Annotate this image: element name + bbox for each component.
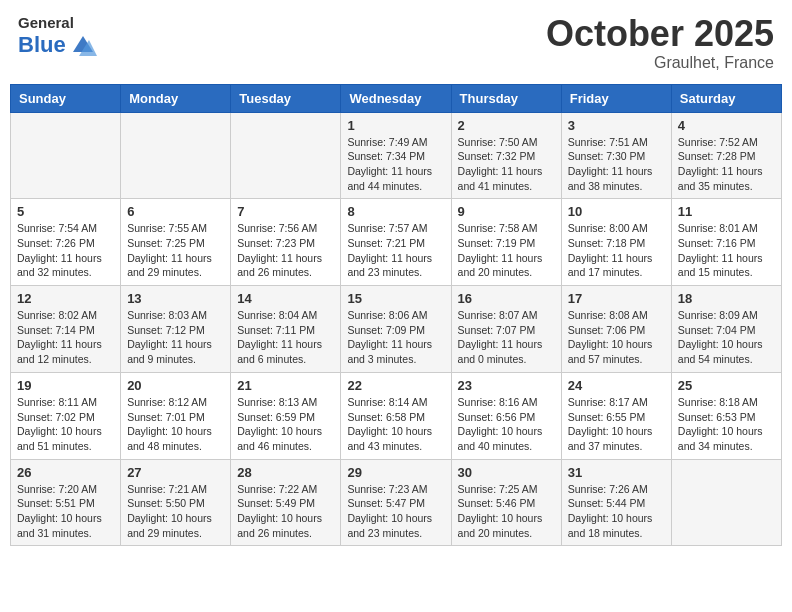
day-number: 11 <box>678 204 775 219</box>
calendar-cell <box>231 112 341 199</box>
day-number: 28 <box>237 465 334 480</box>
day-number: 6 <box>127 204 224 219</box>
day-number: 21 <box>237 378 334 393</box>
calendar-cell: 19Sunrise: 8:11 AMSunset: 7:02 PMDayligh… <box>11 372 121 459</box>
day-number: 14 <box>237 291 334 306</box>
day-info: Sunrise: 7:57 AMSunset: 7:21 PMDaylight:… <box>347 221 444 280</box>
day-info: Sunrise: 7:52 AMSunset: 7:28 PMDaylight:… <box>678 135 775 194</box>
day-info: Sunrise: 7:20 AMSunset: 5:51 PMDaylight:… <box>17 482 114 541</box>
day-number: 31 <box>568 465 665 480</box>
calendar-cell <box>11 112 121 199</box>
calendar-cell: 4Sunrise: 7:52 AMSunset: 7:28 PMDaylight… <box>671 112 781 199</box>
day-info: Sunrise: 8:08 AMSunset: 7:06 PMDaylight:… <box>568 308 665 367</box>
calendar-cell: 10Sunrise: 8:00 AMSunset: 7:18 PMDayligh… <box>561 199 671 286</box>
day-number: 26 <box>17 465 114 480</box>
calendar-cell: 31Sunrise: 7:26 AMSunset: 5:44 PMDayligh… <box>561 459 671 546</box>
day-info: Sunrise: 8:12 AMSunset: 7:01 PMDaylight:… <box>127 395 224 454</box>
day-info: Sunrise: 7:22 AMSunset: 5:49 PMDaylight:… <box>237 482 334 541</box>
calendar-cell: 14Sunrise: 8:04 AMSunset: 7:11 PMDayligh… <box>231 286 341 373</box>
day-info: Sunrise: 8:17 AMSunset: 6:55 PMDaylight:… <box>568 395 665 454</box>
day-info: Sunrise: 8:18 AMSunset: 6:53 PMDaylight:… <box>678 395 775 454</box>
location: Graulhet, France <box>546 54 774 72</box>
weekday-header-tuesday: Tuesday <box>231 84 341 112</box>
day-info: Sunrise: 7:25 AMSunset: 5:46 PMDaylight:… <box>458 482 555 541</box>
day-number: 9 <box>458 204 555 219</box>
calendar-cell: 25Sunrise: 8:18 AMSunset: 6:53 PMDayligh… <box>671 372 781 459</box>
calendar-cell: 29Sunrise: 7:23 AMSunset: 5:47 PMDayligh… <box>341 459 451 546</box>
day-number: 7 <box>237 204 334 219</box>
calendar-week-row: 12Sunrise: 8:02 AMSunset: 7:14 PMDayligh… <box>11 286 782 373</box>
day-info: Sunrise: 8:04 AMSunset: 7:11 PMDaylight:… <box>237 308 334 367</box>
day-number: 15 <box>347 291 444 306</box>
calendar-week-row: 1Sunrise: 7:49 AMSunset: 7:34 PMDaylight… <box>11 112 782 199</box>
day-number: 22 <box>347 378 444 393</box>
calendar-cell <box>671 459 781 546</box>
calendar-cell: 28Sunrise: 7:22 AMSunset: 5:49 PMDayligh… <box>231 459 341 546</box>
day-number: 8 <box>347 204 444 219</box>
day-number: 12 <box>17 291 114 306</box>
calendar-cell: 30Sunrise: 7:25 AMSunset: 5:46 PMDayligh… <box>451 459 561 546</box>
weekday-header-saturday: Saturday <box>671 84 781 112</box>
day-number: 10 <box>568 204 665 219</box>
day-info: Sunrise: 7:50 AMSunset: 7:32 PMDaylight:… <box>458 135 555 194</box>
weekday-header-wednesday: Wednesday <box>341 84 451 112</box>
calendar-cell: 12Sunrise: 8:02 AMSunset: 7:14 PMDayligh… <box>11 286 121 373</box>
calendar-week-row: 19Sunrise: 8:11 AMSunset: 7:02 PMDayligh… <box>11 372 782 459</box>
calendar-cell: 21Sunrise: 8:13 AMSunset: 6:59 PMDayligh… <box>231 372 341 459</box>
day-info: Sunrise: 7:55 AMSunset: 7:25 PMDaylight:… <box>127 221 224 280</box>
day-info: Sunrise: 8:07 AMSunset: 7:07 PMDaylight:… <box>458 308 555 367</box>
calendar-cell: 3Sunrise: 7:51 AMSunset: 7:30 PMDaylight… <box>561 112 671 199</box>
day-number: 25 <box>678 378 775 393</box>
day-info: Sunrise: 8:11 AMSunset: 7:02 PMDaylight:… <box>17 395 114 454</box>
calendar-week-row: 5Sunrise: 7:54 AMSunset: 7:26 PMDaylight… <box>11 199 782 286</box>
day-info: Sunrise: 8:16 AMSunset: 6:56 PMDaylight:… <box>458 395 555 454</box>
day-info: Sunrise: 7:58 AMSunset: 7:19 PMDaylight:… <box>458 221 555 280</box>
calendar-cell: 16Sunrise: 8:07 AMSunset: 7:07 PMDayligh… <box>451 286 561 373</box>
day-info: Sunrise: 7:54 AMSunset: 7:26 PMDaylight:… <box>17 221 114 280</box>
day-number: 19 <box>17 378 114 393</box>
calendar-cell: 8Sunrise: 7:57 AMSunset: 7:21 PMDaylight… <box>341 199 451 286</box>
day-info: Sunrise: 7:56 AMSunset: 7:23 PMDaylight:… <box>237 221 334 280</box>
logo: General Blue <box>18 14 97 58</box>
month-title: October 2025 <box>546 14 774 54</box>
day-info: Sunrise: 8:09 AMSunset: 7:04 PMDaylight:… <box>678 308 775 367</box>
calendar-cell: 20Sunrise: 8:12 AMSunset: 7:01 PMDayligh… <box>121 372 231 459</box>
calendar-cell: 9Sunrise: 7:58 AMSunset: 7:19 PMDaylight… <box>451 199 561 286</box>
day-info: Sunrise: 8:01 AMSunset: 7:16 PMDaylight:… <box>678 221 775 280</box>
calendar-cell: 7Sunrise: 7:56 AMSunset: 7:23 PMDaylight… <box>231 199 341 286</box>
calendar-table: SundayMondayTuesdayWednesdayThursdayFrid… <box>10 84 782 547</box>
calendar-cell: 27Sunrise: 7:21 AMSunset: 5:50 PMDayligh… <box>121 459 231 546</box>
calendar-cell: 11Sunrise: 8:01 AMSunset: 7:16 PMDayligh… <box>671 199 781 286</box>
day-number: 29 <box>347 465 444 480</box>
day-info: Sunrise: 7:49 AMSunset: 7:34 PMDaylight:… <box>347 135 444 194</box>
day-number: 13 <box>127 291 224 306</box>
calendar-cell: 13Sunrise: 8:03 AMSunset: 7:12 PMDayligh… <box>121 286 231 373</box>
day-info: Sunrise: 8:00 AMSunset: 7:18 PMDaylight:… <box>568 221 665 280</box>
calendar-cell: 1Sunrise: 7:49 AMSunset: 7:34 PMDaylight… <box>341 112 451 199</box>
day-number: 23 <box>458 378 555 393</box>
calendar-cell: 24Sunrise: 8:17 AMSunset: 6:55 PMDayligh… <box>561 372 671 459</box>
day-number: 17 <box>568 291 665 306</box>
calendar-cell: 22Sunrise: 8:14 AMSunset: 6:58 PMDayligh… <box>341 372 451 459</box>
calendar-cell: 15Sunrise: 8:06 AMSunset: 7:09 PMDayligh… <box>341 286 451 373</box>
day-info: Sunrise: 7:23 AMSunset: 5:47 PMDaylight:… <box>347 482 444 541</box>
calendar-cell <box>121 112 231 199</box>
day-info: Sunrise: 7:26 AMSunset: 5:44 PMDaylight:… <box>568 482 665 541</box>
calendar-cell: 23Sunrise: 8:16 AMSunset: 6:56 PMDayligh… <box>451 372 561 459</box>
day-info: Sunrise: 8:13 AMSunset: 6:59 PMDaylight:… <box>237 395 334 454</box>
page-header: General Blue October 2025 Graulhet, Fran… <box>10 10 782 76</box>
day-number: 5 <box>17 204 114 219</box>
logo-blue: Blue <box>18 32 97 58</box>
day-info: Sunrise: 8:03 AMSunset: 7:12 PMDaylight:… <box>127 308 224 367</box>
day-number: 20 <box>127 378 224 393</box>
calendar-cell: 6Sunrise: 7:55 AMSunset: 7:25 PMDaylight… <box>121 199 231 286</box>
day-info: Sunrise: 8:14 AMSunset: 6:58 PMDaylight:… <box>347 395 444 454</box>
weekday-header-friday: Friday <box>561 84 671 112</box>
day-info: Sunrise: 7:51 AMSunset: 7:30 PMDaylight:… <box>568 135 665 194</box>
weekday-header-row: SundayMondayTuesdayWednesdayThursdayFrid… <box>11 84 782 112</box>
day-number: 1 <box>347 118 444 133</box>
logo-icon <box>69 32 97 58</box>
calendar-cell: 26Sunrise: 7:20 AMSunset: 5:51 PMDayligh… <box>11 459 121 546</box>
day-number: 2 <box>458 118 555 133</box>
calendar-cell: 5Sunrise: 7:54 AMSunset: 7:26 PMDaylight… <box>11 199 121 286</box>
